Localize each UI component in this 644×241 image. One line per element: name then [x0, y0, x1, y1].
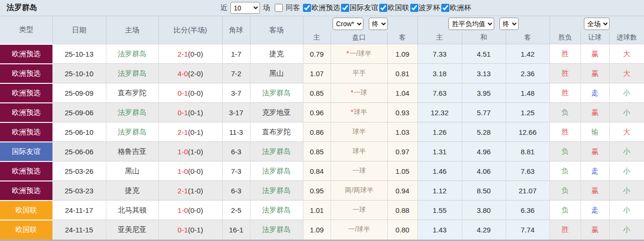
home-team[interactable]: 捷克: [106, 181, 158, 201]
filter-checkbox-euro-qualifier[interactable]: [303, 4, 311, 12]
handicap-away-odds: 1.05: [387, 161, 417, 181]
europe-away-odds: 6.36: [506, 201, 550, 220]
handicap-line: *一球: [331, 83, 387, 103]
match-row: 欧洲预选 25-03-26 黑山 1-0(0-0) 7-3 法罗群岛 0.84 …: [0, 161, 644, 181]
europe-away-odds: 2.36: [506, 64, 550, 83]
filter-label: 波罗杯: [419, 3, 440, 12]
filter-label: 欧国联: [388, 3, 409, 12]
result-goals-over-under: 大: [609, 44, 644, 64]
europe-away-odds: 1.42: [506, 44, 550, 64]
home-team[interactable]: 北马其顿: [106, 201, 158, 220]
away-team[interactable]: 法罗群岛: [250, 201, 303, 220]
filter-checkbox-baltic-cup[interactable]: [410, 4, 418, 12]
handicap-line: *一/球半: [331, 44, 387, 64]
home-team[interactable]: 黑山: [106, 161, 158, 181]
match-date: 25-10-13: [52, 44, 106, 64]
score-cell: 0-1(0-1): [158, 103, 222, 122]
matches-label: 场: [263, 3, 270, 12]
europe-draw-odds: 4.51: [462, 44, 506, 64]
result-goals-over-under: 小: [609, 181, 644, 201]
full-time-score: 0-1: [177, 226, 188, 234]
subheader-handicap-away: 客: [387, 32, 417, 44]
result-win-draw-loss: 胜: [550, 220, 581, 240]
away-team[interactable]: 捷克: [250, 44, 303, 64]
handicap-text: 球半: [354, 108, 367, 116]
recent-count-select[interactable]: 10: [230, 2, 260, 14]
handicap-away-odds: 0.94: [387, 181, 417, 201]
full-time-score: 1-0: [177, 206, 188, 214]
result-win-draw-loss: 负: [550, 201, 581, 220]
away-team[interactable]: 法罗群岛: [250, 181, 303, 201]
away-team[interactable]: 直布罗陀: [250, 122, 303, 142]
europe-draw-odds: 3.80: [462, 201, 506, 220]
handicap-away-odds: 1.09: [387, 44, 417, 64]
europe-draw-odds: 3.95: [462, 83, 506, 103]
home-team[interactable]: 法罗群岛: [106, 122, 158, 142]
handicap-provider-select[interactable]: Crow*: [332, 18, 364, 30]
filter-item-baltic-cup: 波罗杯: [410, 3, 440, 12]
result-win-draw-loss: 胜: [550, 83, 581, 103]
half-time-score: (0-0): [188, 89, 203, 97]
handicap-away-odds: 1.04: [387, 83, 417, 103]
competition-type-badge: 欧国联: [0, 220, 52, 240]
score-cell: 1-0(0-0): [158, 161, 222, 181]
away-team[interactable]: 法罗群岛: [250, 161, 303, 181]
half-time-score: (1-0): [188, 148, 203, 156]
full-time-score: 2-1: [177, 128, 188, 136]
away-team[interactable]: 法罗群岛: [250, 220, 303, 240]
filter-item-friendly: 国际友谊: [341, 3, 378, 12]
result-handicap-cover: 走: [581, 83, 609, 103]
handicap-line: 球半: [331, 142, 387, 161]
home-team[interactable]: 直布罗陀: [106, 83, 158, 103]
full-time-score: 0-1: [177, 109, 188, 117]
match-row: 欧洲预选 25-10-13 法罗群岛 2-1(0-0) 1-7 捷克 0.79 …: [0, 44, 644, 64]
subheader-europe-away: 客: [506, 32, 550, 44]
europe-avg-select[interactable]: 胜平负均值: [448, 18, 494, 30]
half-time-score: (0-1): [188, 128, 203, 136]
home-team[interactable]: 格鲁吉亚: [106, 142, 158, 161]
full-time-score: 0-1: [177, 89, 188, 97]
filter-checkbox-friendly[interactable]: [341, 4, 349, 12]
corners-score: 1-7: [222, 44, 250, 64]
europe-draw-odds: 4.96: [462, 142, 506, 161]
filter-item-euro-qualifier: 欧洲预选: [303, 3, 340, 12]
handicap-text: 一/球半: [350, 50, 372, 57]
result-goals-over-under: 小: [609, 161, 644, 181]
competition-type-badge: 欧洲预选: [0, 44, 52, 64]
away-team[interactable]: 法罗群岛: [250, 142, 303, 161]
home-team[interactable]: 法罗群岛: [106, 44, 158, 64]
half-time-score: (0-0): [188, 167, 203, 175]
result-handicap-cover: 赢: [581, 142, 609, 161]
corners-score: 3-7: [222, 83, 250, 103]
europe-away-odds: 7.74: [506, 220, 550, 240]
europe-period-select[interactable]: 终: [499, 18, 519, 30]
away-team[interactable]: 法罗群岛: [250, 83, 303, 103]
match-row: 欧洲预选 25-10-10 法罗群岛 4-0(2-0) 7-2 黑山 1.07 …: [0, 64, 644, 83]
home-team[interactable]: 亚美尼亚: [106, 220, 158, 240]
handicap-home-odds: 0.79: [303, 44, 331, 64]
subheader-result-wdl: 胜负: [550, 32, 581, 44]
toolbar: 法罗群岛 近 10 场 同客 欧洲预选 国际友谊 欧国联 波罗杯 欧洲杯: [0, 0, 644, 16]
europe-away-odds: 1.48: [506, 83, 550, 103]
result-goals-over-under: 小: [609, 83, 644, 103]
result-handicap-cover: 输: [581, 122, 609, 142]
handicap-home-odds: 0.85: [303, 142, 331, 161]
filter-checkbox-euro-cup[interactable]: [441, 4, 449, 12]
handicap-line: *球半: [331, 103, 387, 122]
home-team[interactable]: 法罗群岛: [106, 64, 158, 83]
handicap-period-select[interactable]: 终: [369, 18, 388, 30]
result-scope-select[interactable]: 全场: [584, 18, 610, 30]
filter-controls: 近 10 场 同客 欧洲预选 国际友谊 欧国联 波罗杯 欧洲杯: [218, 2, 471, 14]
europe-home-odds: 12.32: [417, 103, 462, 122]
score-cell: 0-1(0-1): [158, 220, 222, 240]
same-away-checkbox[interactable]: [275, 4, 283, 12]
home-team[interactable]: 法罗群岛: [106, 103, 158, 122]
corners-score: 2-5: [222, 201, 250, 220]
result-win-draw-loss: 胜: [550, 64, 581, 83]
away-team[interactable]: 克罗地亚: [250, 103, 303, 122]
filter-checkbox-nations-league[interactable]: [379, 4, 387, 12]
score-cell: 1-0(1-0): [158, 142, 222, 161]
recent-label: 近: [220, 3, 228, 12]
result-goals-over-under: 小: [609, 220, 644, 240]
away-team[interactable]: 黑山: [250, 64, 303, 83]
